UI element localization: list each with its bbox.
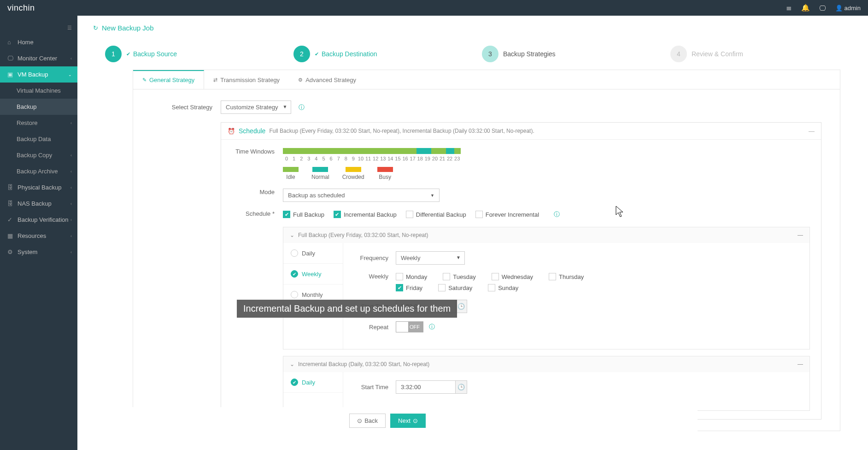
logo-prefix: vin	[7, 3, 19, 13]
full-backup-header[interactable]: ⌄ Full Backup (Every Friday, 03:32:00 St…	[283, 227, 809, 243]
legend-busy-color	[377, 167, 393, 172]
sidebar-item-vm[interactable]: Virtual Machines	[0, 83, 77, 99]
toggle-label: OFF	[410, 324, 421, 330]
chevron-down-icon: ⌄	[290, 232, 294, 238]
monitor-icon[interactable]: 🖵	[819, 4, 826, 12]
select-strategy-label: Select Strategy	[152, 104, 221, 111]
full-section-label: Full Backup (Every Friday, 03:32:00 Star…	[298, 232, 428, 238]
sidebar-item-monitor[interactable]: 🖵Monitor Center‹	[0, 50, 77, 66]
info-icon[interactable]: ⓘ	[554, 210, 560, 219]
reload-icon[interactable]: ↻	[93, 24, 98, 31]
schedule-label: Schedule *	[232, 210, 283, 217]
next-button[interactable]: Next⊙	[390, 414, 426, 428]
incremental-header[interactable]: ⌄ Incremental Backup (Daily, 03:32:00 St…	[283, 356, 809, 372]
pencil-icon: ✎	[142, 77, 147, 83]
sidebar-label: Backup Archive	[17, 168, 58, 175]
cb-incremental[interactable]: ✔Incremental Backup	[334, 210, 397, 219]
legend-normal-color	[312, 167, 328, 172]
freq-label: Monthly	[302, 291, 323, 298]
sidebar-label: Backup Data	[17, 136, 51, 142]
inc-start-time-input[interactable]: 3:32:00	[396, 380, 456, 394]
sidebar-item-verification[interactable]: ✓Backup Verification‹	[0, 212, 77, 228]
freq-weekly[interactable]: ✔Weekly	[283, 264, 343, 284]
clock-button[interactable]: 🕒	[455, 380, 467, 394]
sidebar-item-restore[interactable]: Restore‹	[0, 115, 77, 131]
wizard-footer: ⊙Back Next⊙	[77, 407, 698, 434]
step-3[interactable]: 3 Backup Strategies	[482, 46, 661, 62]
freq-label: Weekly	[302, 271, 321, 278]
sidebar-label: Backup Verification	[18, 216, 69, 223]
schedule-panel: ⏰ Schedule Full Backup (Every Friday, 03…	[221, 122, 821, 420]
bell-icon[interactable]: 🔔	[801, 4, 810, 12]
time-windows-hours: 01234567891011121314151617181920212223	[283, 156, 461, 161]
tab-label: Transmission Strategy	[220, 77, 280, 83]
weekly-label: Weekly	[354, 273, 396, 280]
collapse-icon[interactable]: —	[798, 361, 803, 367]
info-icon[interactable]: ⓘ	[299, 104, 305, 111]
mode-select[interactable]: Backup as scheduled	[283, 189, 440, 202]
swap-icon: ⇄	[213, 77, 217, 83]
sidebar-item-nas[interactable]: 🗄NAS Backup‹	[0, 195, 77, 212]
day-sat[interactable]: Saturday	[438, 284, 472, 291]
sidebar-toggle-icon[interactable]: ☰	[67, 25, 72, 31]
cb-label: Saturday	[448, 284, 472, 291]
legend-idle-color	[283, 167, 299, 172]
step-2[interactable]: 2 ✔ Backup Destination	[293, 46, 473, 62]
sidebar-item-physical[interactable]: 🗄Physical Backup‹	[0, 179, 77, 195]
cb-label: Friday	[406, 284, 422, 291]
freq-label: Daily	[302, 379, 315, 386]
legend-crowded: Crowded	[342, 174, 364, 180]
sidebar-label: Restore	[17, 119, 38, 126]
step-4[interactable]: 4 Review & Confirm	[670, 46, 850, 62]
cb-differential[interactable]: Differential Backup	[406, 210, 466, 219]
sidebar-item-home[interactable]: ⌂Home	[0, 34, 77, 50]
inc-section-label: Incremental Backup (Daily, 03:32:00 Star…	[298, 361, 429, 367]
user-label: admin	[845, 5, 861, 12]
repeat-toggle[interactable]: OFF	[396, 321, 423, 332]
legend-idle: Idle	[286, 174, 295, 180]
day-fri[interactable]: ✔Friday	[396, 284, 422, 291]
arrow-right-icon: ⊙	[413, 417, 418, 424]
day-thu[interactable]: Thursday	[549, 273, 584, 280]
freq-daily[interactable]: Daily	[283, 243, 343, 264]
sidebar-item-resources[interactable]: ▦Resources‹	[0, 228, 77, 244]
day-sun[interactable]: Sunday	[488, 284, 518, 291]
sidebar-label: Monitor Center	[18, 55, 57, 62]
inc-freq-daily[interactable]: ✔Daily	[283, 372, 343, 393]
sidebar-item-backuparchive[interactable]: Backup Archive‹	[0, 163, 77, 179]
gear-icon: ⚙	[298, 77, 303, 83]
cb-forever[interactable]: Forever Incremental	[475, 210, 539, 219]
schedule-desc: Full Backup (Every Friday, 03:32:00 Star…	[269, 128, 534, 134]
page-title: New Backup Job	[102, 24, 154, 32]
step-1[interactable]: 1 ✔ Backup Source	[105, 46, 284, 62]
sidebar-item-backupcopy[interactable]: Backup Copy‹	[0, 147, 77, 163]
select-strategy[interactable]: Customize Strategy	[221, 101, 291, 114]
cb-full[interactable]: ✔Full Backup	[283, 210, 324, 219]
day-tue[interactable]: Tuesday	[443, 273, 475, 280]
tab-label: General Strategy	[149, 77, 194, 83]
user-menu[interactable]: 👤 admin	[835, 5, 861, 12]
info-icon[interactable]: ⓘ	[429, 323, 435, 331]
collapse-icon[interactable]: —	[809, 128, 815, 135]
inc-start-time-label: Start Time	[354, 384, 396, 391]
sidebar-item-backup[interactable]: Backup	[0, 99, 77, 115]
list-icon[interactable]: ≣	[786, 4, 792, 12]
chevron-down-icon: ⌄	[290, 361, 294, 367]
tab-transmission[interactable]: ⇄Transmission Strategy	[204, 70, 289, 89]
day-wed[interactable]: Wednesday	[492, 273, 533, 280]
check-icon: ✔	[126, 51, 130, 57]
back-button[interactable]: ⊙Back	[349, 414, 386, 428]
sidebar-item-backupdata[interactable]: Backup Data	[0, 131, 77, 147]
tab-advanced[interactable]: ⚙Advanced Strategy	[289, 70, 365, 89]
frequency-label: Frequency	[354, 255, 396, 261]
sidebar-item-system[interactable]: ⚙System‹	[0, 244, 77, 260]
sidebar-item-vmbackup[interactable]: ▣VM Backup⌄	[0, 66, 77, 83]
topbar: vinchin ≣ 🔔 🖵 👤 admin	[0, 0, 868, 16]
day-mon[interactable]: Monday	[396, 273, 427, 280]
tab-general[interactable]: ✎General Strategy	[133, 70, 204, 89]
sidebar-label: NAS Backup	[18, 200, 52, 207]
stepper: 1 ✔ Backup Source 2 ✔ Backup Destination…	[87, 36, 868, 62]
frequency-select[interactable]: Weekly	[396, 251, 465, 265]
collapse-icon[interactable]: —	[798, 232, 803, 238]
repeat-label: Repeat	[354, 324, 396, 331]
